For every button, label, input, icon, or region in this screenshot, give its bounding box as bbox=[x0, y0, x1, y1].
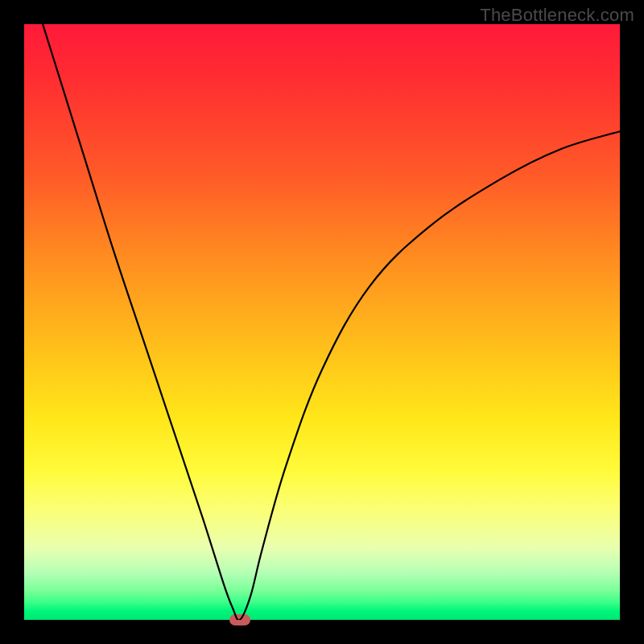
curve-path bbox=[24, 24, 620, 620]
plot-outer bbox=[24, 24, 620, 620]
chart-frame: TheBottleneck.com bbox=[0, 0, 644, 644]
bottleneck-curve bbox=[24, 24, 620, 620]
watermark-text: TheBottleneck.com bbox=[480, 5, 634, 26]
